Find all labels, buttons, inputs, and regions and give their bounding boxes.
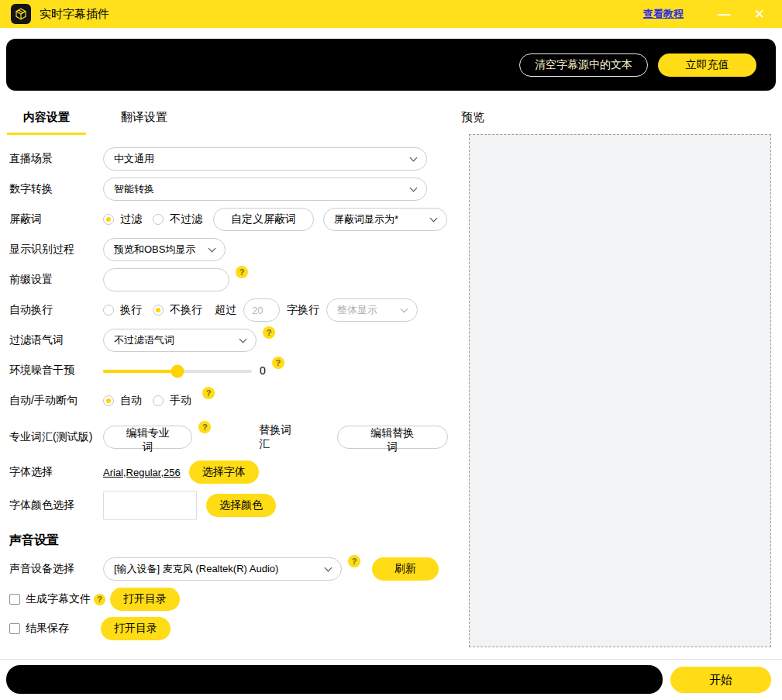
open-result-dir-button[interactable]: 打开目录 [101,617,171,640]
row-auto-wrap: 自动换行 换行 不换行 超过 字换行 整体显示 [9,298,448,322]
row-vocab: 专业词汇(测试版) 编辑专业词 ? 替换词汇 编辑替换词 [9,423,448,451]
refresh-device-button[interactable]: 刷新 [372,557,439,581]
noise-slider[interactable] [103,370,252,373]
radio-auto-break-icon[interactable] [103,395,114,406]
sound-device-value: [输入设备] 麦克风 (Realtek(R) Audio) [114,562,319,576]
font-color-label: 字体颜色选择 [9,498,103,512]
filter-modal-words-select[interactable]: 不过滤语气词 [103,329,257,352]
chevron-down-icon [239,335,247,343]
exceed-label: 超过 [215,303,236,317]
edit-replace-vocab-button[interactable]: 编辑替换词 [337,426,448,449]
app-title: 实时字幕插件 [40,7,109,22]
status-bar [6,665,663,694]
chevron-down-icon [430,214,438,222]
tab-translation-settings[interactable]: 翻译设置 [105,110,184,135]
close-icon[interactable]: ✕ [754,8,765,21]
minimize-icon[interactable]: — [718,8,731,21]
radio-filter-icon[interactable] [103,214,114,225]
noise-slider-thumb[interactable] [171,365,184,378]
radio-wrap[interactable]: 换行 [103,303,142,317]
result-save-checkbox[interactable] [9,623,20,634]
prefix-input[interactable] [103,268,229,291]
noise-slider-fill [103,370,177,373]
radio-no-filter-icon[interactable] [153,214,164,225]
sound-device-label: 声音设备选择 [9,562,103,576]
subtitle-file-label: 生成字幕文件 [26,592,91,606]
number-convert-value: 智能转换 [114,182,405,196]
help-icon[interactable]: ? [198,421,211,433]
blocked-words-display-select[interactable]: 屏蔽词显示为* [323,208,447,231]
sound-device-select[interactable]: [输入设备] 麦克风 (Realtek(R) Audio) [103,557,342,581]
choose-color-button[interactable]: 选择颜色 [206,494,276,517]
radio-no-wrap-icon[interactable] [153,305,164,316]
filter-modal-words-value: 不过滤语气词 [114,333,234,347]
preview-label: 预览 [461,110,484,125]
chevron-down-icon [325,564,332,571]
font-select-label: 字体选择 [9,465,103,479]
noise-label: 环境噪音干预 [9,364,103,378]
number-convert-select[interactable]: 智能转换 [103,178,427,201]
wrap-suffix-label: 字换行 [287,303,319,317]
radio-no-filter-label: 不过滤 [170,212,202,226]
auto-wrap-label: 自动换行 [9,303,103,317]
number-convert-label: 数字转换 [9,182,103,196]
wrap-chars-input[interactable] [243,298,280,322]
settings-panel: 内容设置 翻译设置 直播场景 中文通用 数字转换 智能转换 屏蔽词 过滤 不过滤… [0,110,448,647]
recognition-display-value: 预览和OBS均显示 [114,243,203,257]
recharge-button[interactable]: 立即充值 [658,53,756,77]
subtitle-file-checkbox[interactable] [9,594,20,605]
radio-auto-break-label: 自动 [120,394,142,408]
pro-vocab-label: 专业词汇(测试版) [9,430,103,444]
footer-divider [0,659,782,660]
font-color-input[interactable] [103,491,197,520]
recognition-display-select[interactable]: 预览和OBS均显示 [103,238,226,261]
help-icon[interactable]: ? [236,266,248,278]
radio-manual-break-label: 手动 [170,394,191,408]
chevron-down-icon [208,244,216,252]
radio-auto-break[interactable]: 自动 [103,394,142,408]
prefix-label: 前缀设置 [9,273,103,287]
custom-blocked-words-button[interactable]: 自定义屏蔽词 [213,208,314,231]
help-icon[interactable]: ? [272,357,284,369]
chevron-down-icon [401,305,408,312]
help-icon[interactable]: ? [202,387,215,399]
radio-wrap-icon[interactable] [103,305,114,316]
radio-filter[interactable]: 过滤 [103,212,142,226]
open-subtitle-dir-button[interactable]: 打开目录 [110,588,180,611]
subtitle-source-banner: 清空字幕源中的文本 立即充值 [6,39,776,91]
row-blocked-words: 屏蔽词 过滤 不过滤 自定义屏蔽词 屏蔽词显示为* [9,208,448,231]
clear-subtitle-text-button[interactable]: 清空字幕源中的文本 [519,53,648,77]
radio-no-wrap-label: 不换行 [170,303,202,317]
row-subtitle-file: 生成字幕文件 ? 打开目录 [9,588,448,611]
radio-no-filter[interactable]: 不过滤 [153,212,202,226]
replace-vocab-label: 替换词汇 [259,423,301,451]
start-button[interactable]: 开始 [670,667,771,693]
chevron-down-icon [410,153,418,161]
sound-settings-heading: 声音设置 [9,533,448,549]
sentence-break-label: 自动/手动断句 [9,394,103,408]
radio-manual-break-icon[interactable] [153,395,164,406]
radio-wrap-label: 换行 [120,303,142,317]
chevron-down-icon [410,184,418,191]
row-live-scene: 直播场景 中文通用 [9,147,448,171]
radio-manual-break[interactable]: 手动 [153,394,191,408]
live-scene-select[interactable]: 中文通用 [103,147,427,171]
current-font-link[interactable]: Arial,Regular,256 [103,467,181,478]
choose-font-button[interactable]: 选择字体 [189,460,259,484]
app-logo-cube-icon [11,4,31,24]
recognition-display-label: 显示识别过程 [9,243,103,257]
row-number-convert: 数字转换 智能转换 [9,178,448,201]
row-filter-modal-words: 过滤语气词 不过滤语气词 ? [9,329,448,352]
result-save-label: 结果保存 [26,622,69,636]
edit-pro-vocab-button[interactable]: 编辑专业词 [103,426,192,449]
help-icon[interactable]: ? [348,555,360,567]
wrap-display-mode-select[interactable]: 整体显示 [326,298,418,322]
help-icon[interactable]: ? [263,326,275,339]
blocked-words-label: 屏蔽词 [9,212,103,226]
radio-no-wrap[interactable]: 不换行 [153,303,202,317]
tutorial-link[interactable]: 查看教程 [643,7,684,21]
row-prefix: 前缀设置 ? [9,268,448,291]
help-icon[interactable]: ? [94,594,105,605]
tab-content-settings[interactable]: 内容设置 [7,110,86,135]
filter-modal-words-label: 过滤语气词 [9,333,103,347]
